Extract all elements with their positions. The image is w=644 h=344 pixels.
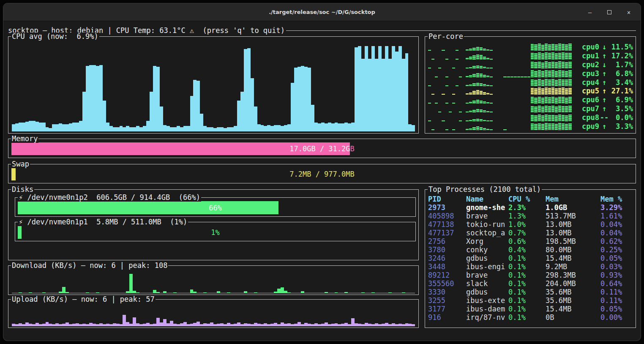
process-cell: brave — [466, 271, 508, 279]
process-row[interactable]: 3330gdbus0.1%35.6MB0.11% — [428, 288, 633, 296]
download-chart — [12, 272, 415, 293]
process-row[interactable]: 477138tokio-run1.0%13.0MB0.04% — [428, 220, 633, 229]
process-row[interactable]: 916irq/87-nv0.1%0B0.00% — [428, 313, 633, 322]
disk-item-title: ⚡ /dev/nvme0n1p2 606.5GB / 914.4GB (66%) — [18, 194, 201, 202]
process-row[interactable]: 3246gdbus0.1%15.4MB0.05% — [428, 254, 633, 262]
download-title: Download (KB/s) — now: 6 | peak: 108 — [11, 262, 168, 270]
process-cell: Xorg — [466, 237, 508, 246]
process-row[interactable]: 2973gnome-she2.3%1.0GB3.29% — [428, 203, 633, 212]
memory-gauge: 17.0GB / 31.2GB 17.0GB / 31.2GB — [11, 142, 633, 155]
disk-gauge-label-overlay: 1% — [18, 226, 413, 239]
cpu-history-chart — [12, 43, 415, 131]
disk-item-label: /dev/nvme0n1p1 5.8MB / 511.0MB (1%) — [23, 218, 187, 226]
titlebar[interactable]: ./target/release/soc ~/D/G/socktop – ✕ — [3, 3, 641, 21]
process-cell: 0.11% — [600, 296, 633, 305]
core-row-cpu5: cpu5↑27.1% — [428, 87, 633, 95]
header-rule — [286, 30, 636, 31]
process-cell: 3246 — [428, 254, 466, 262]
maximize-icon[interactable] — [606, 9, 613, 16]
core-trend-icon: ↓ — [599, 43, 609, 51]
process-row[interactable]: 405898brave1.3%513.7MB1.61% — [428, 212, 633, 220]
process-row[interactable]: 355560slack0.1%204.0MB0.64% — [428, 279, 633, 288]
process-row[interactable]: 89212brave0.1%298.3MB0.93% — [428, 271, 633, 279]
window-title: ./target/release/soc ~/D/G/socktop — [269, 9, 375, 15]
core-trend-icon: ↑ — [599, 96, 609, 104]
process-cell: 0.05% — [600, 305, 633, 313]
process-cell: 0.1% — [508, 296, 546, 305]
process-cell: 2973 — [428, 203, 466, 212]
core-spark-cpu2 — [428, 61, 579, 68]
core-row-cpu0: cpu0↓11.5% — [428, 43, 633, 51]
core-label-cpu9: cpu9↑3.3% — [582, 122, 633, 131]
core-row-cpu2: cpu2↓1.7% — [428, 60, 633, 69]
process-cell: socktop_a — [466, 229, 508, 237]
process-cell: 477137 — [428, 229, 466, 237]
per-core-list: cpu0↓11.5%cpu1↑17.2%cpu2↓1.7%cpu3↑6.8%cp… — [428, 43, 633, 131]
process-row[interactable]: 477137socktop_a0.7%13.0MB0.04% — [428, 229, 633, 237]
upload-title: Upload (KB/s) — now: 6 | peak: 57 — [11, 295, 156, 303]
core-label-cpu4: cpu4↑3.4% — [582, 78, 633, 87]
core-label-cpu7: cpu7↑3.5% — [582, 104, 633, 113]
process-cell: 298.3MB — [546, 271, 600, 279]
minimize-icon[interactable]: – — [587, 9, 593, 16]
process-cell: conky — [466, 246, 508, 254]
process-cell: 1.0GB — [546, 203, 600, 212]
memory-title: Memory — [11, 135, 38, 143]
process-cell: 513.7MB — [546, 212, 600, 220]
process-row[interactable]: 3448ibus-engi0.1%9.2MB0.03% — [428, 262, 633, 271]
process-column-header: CPU % — [508, 195, 546, 203]
process-cell: irq/87-nv — [466, 313, 508, 322]
top-row: CPU avg (now: 6.9%) Per-core cpu0↓11.5%c… — [8, 36, 636, 134]
core-spark-cpu5 — [428, 87, 579, 95]
process-cell: ibus-engi — [466, 262, 508, 271]
process-cell: gdbus — [466, 288, 508, 296]
process-cell: 0.93% — [600, 271, 633, 279]
swap-gauge: 7.2MB / 977.0MB 7.2MB / 977.0MB — [11, 168, 633, 180]
disk-item-nvme0n1p1: ⚡ /dev/nvme0n1p1 5.8MB / 511.0MB (1%) 1%… — [15, 222, 416, 241]
top-processes-panel: Top Processes (2100 total) PIDNameCPU %M… — [425, 189, 636, 328]
process-cell: 204.0MB — [546, 279, 600, 288]
process-row[interactable]: 3780conky0.4%80.0MB0.25% — [428, 246, 633, 254]
process-cell: 3.29% — [600, 203, 633, 212]
core-row-cpu9: cpu9↑3.3% — [428, 122, 633, 131]
close-icon[interactable]: ✕ — [625, 9, 632, 16]
process-column-header: Mem — [546, 195, 600, 203]
swap-gauge-label-overlay: 7.2MB / 977.0MB — [11, 168, 633, 180]
core-row-cpu7: cpu7↑3.5% — [428, 104, 633, 113]
core-trend-icon: ↑ — [599, 78, 609, 87]
process-cell: 89212 — [428, 271, 466, 279]
process-cell: ibus-daem — [466, 305, 508, 313]
upload-panel: Upload (KB/s) — now: 6 | peak: 57 — [8, 299, 419, 328]
process-cell: 0.6% — [508, 237, 546, 246]
process-cell: 0.4% — [508, 246, 546, 254]
process-column-header: Mem % — [600, 195, 633, 203]
core-row-cpu3: cpu3↑6.8% — [428, 69, 633, 78]
process-cell: 35.6MB — [546, 296, 600, 305]
process-cell: 3177 — [428, 305, 466, 313]
process-cell: 1.0% — [508, 220, 546, 229]
process-table-body: 2973gnome-she2.3%1.0GB3.29%405898brave1.… — [428, 203, 633, 322]
process-cell: 15.4MB — [546, 305, 600, 313]
core-spark-cpu9 — [428, 123, 579, 130]
process-cell: 477138 — [428, 220, 466, 229]
process-cell: tokio-run — [466, 220, 508, 229]
process-column-header: PID — [428, 195, 466, 203]
process-cell: 13.0MB — [546, 229, 600, 237]
disk-gauge: 66% 66% — [18, 201, 413, 214]
process-table: PIDNameCPU %MemMem % 2973gnome-she2.3%1.… — [428, 195, 633, 325]
process-row[interactable]: 2756Xorg0.6%198.5MB0.62% — [428, 237, 633, 246]
cpu-avg-title: CPU avg (now: 6.9%) — [11, 33, 99, 41]
core-spark-cpu8 — [428, 114, 579, 121]
download-panel: Download (KB/s) — now: 6 | peak: 108 — [8, 265, 419, 295]
process-row[interactable]: 3177ibus-daem0.1%15.4MB0.05% — [428, 305, 633, 313]
process-cell: 15.4MB — [546, 254, 600, 262]
memory-panel: Memory 17.0GB / 31.2GB 17.0GB / 31.2GB — [8, 139, 636, 158]
process-cell: 0.1% — [508, 279, 546, 288]
process-cell: 198.5MB — [546, 237, 600, 246]
core-trend-icon: ↓ — [599, 60, 609, 69]
process-cell: 2.3% — [508, 203, 546, 212]
upload-chart — [12, 306, 415, 326]
process-cell: 0.62% — [600, 237, 633, 246]
process-cell: 0.11% — [600, 288, 633, 296]
process-row[interactable]: 3255ibus-exte0.1%35.6MB0.11% — [428, 296, 633, 305]
